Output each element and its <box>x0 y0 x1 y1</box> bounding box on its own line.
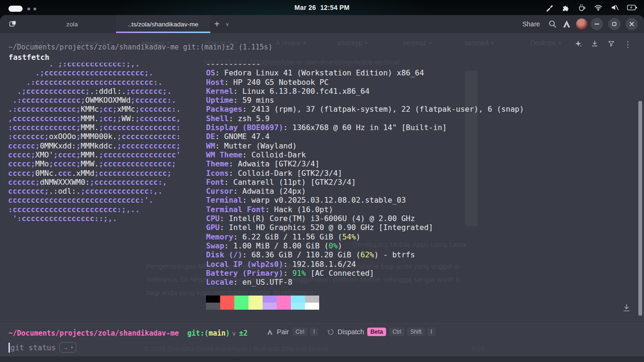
palette-swatch <box>248 303 263 310</box>
tab-zola[interactable]: zola <box>28 15 116 33</box>
battery-charging-icon[interactable] <box>627 4 637 11</box>
filter-icon[interactable] <box>607 40 615 49</box>
wifi-icon[interactable] <box>594 4 603 11</box>
new-tab-button[interactable]: + <box>211 15 223 33</box>
ascii-line: cccccc;dNMWXXXWM0:;cccccccccccccc:, <box>8 178 181 187</box>
pair-button[interactable]: Pair CtrlI <box>266 328 318 336</box>
palette-swatch <box>291 303 305 310</box>
fedora-ascii-logo: .';:cccccccccccc:;,. .;ccccccccccccccccc… <box>8 63 181 223</box>
terminal-output: .';:cccccccccccc:;,. .;ccccccccccccccccc… <box>0 63 636 316</box>
overflow-menu-icon[interactable]: ⋮ <box>624 41 632 49</box>
prompt-line: ~/Documents/projects/zola/shandikadav-me… <box>8 329 248 337</box>
info-line: Theme: Adwaita [GTK2/3/4] <box>206 159 524 168</box>
palette-swatch <box>234 303 248 310</box>
info-line: WM Theme: Colloid-Dark <box>206 150 524 159</box>
info-line: Locale: en_US.UTF-8 <box>206 278 524 287</box>
system-status-area[interactable] <box>545 0 637 15</box>
palette-swatch <box>291 296 305 303</box>
extensions-icon[interactable] <box>561 4 570 12</box>
keycap: Shift <box>407 328 425 336</box>
dispatch-button[interactable]: Dispatch Beta CtrlShiftI <box>327 328 436 336</box>
search-icon[interactable] <box>548 19 557 31</box>
share-button[interactable]: Share <box>522 15 540 33</box>
download-icon[interactable] <box>591 40 599 49</box>
ascii-line: :ccccccccccccccccccccccc:;,.. <box>8 205 181 214</box>
background-bleed-text: ahoneyp × <box>337 39 368 47</box>
keycap: I <box>427 328 435 336</box>
keycap: Ctrl <box>389 328 405 336</box>
ascii-line: ccccccccccccccccccccccccccccc:'. <box>8 196 181 205</box>
text-cursor <box>8 343 10 353</box>
close-icon <box>629 21 635 27</box>
info-line: ------------ <box>206 63 524 68</box>
git-prefix: git:( <box>187 329 208 337</box>
clock-time: 12:54 PM <box>320 4 349 11</box>
background-bleed-text: sereneA × <box>464 39 494 47</box>
info-line: Swap: 1.00 MiB / 8.00 GiB (0%) <box>206 241 524 250</box>
git-branch: main <box>208 329 225 337</box>
clock-date: Mar 26 <box>295 4 316 11</box>
caret-down-icon: ▾ <box>71 345 73 350</box>
ascii-line: ccccc;XMO';cccc;MMM.;cccccccccccccccc' <box>8 150 181 159</box>
scroll-to-bottom-icon[interactable] <box>621 303 632 315</box>
ascii-line: .:ccccccccccccc;OWMKOOXMWd;ccccccc:. <box>8 96 181 105</box>
tab-list-chevron[interactable]: ∨ <box>223 15 231 33</box>
ascii-line: .:cccccccccccccccccccccccccc:. <box>8 78 181 87</box>
background-bleed-text: serenaz × <box>403 39 432 47</box>
tab-shandikadav-me[interactable]: ..ts/zola/shandikadav-me <box>116 15 210 33</box>
dispatch-label: Dispatch <box>338 328 364 336</box>
git-suffix: ) <box>226 329 230 337</box>
info-line: CPU: Intel(R) Core(TM) i3-6006U (4) @ 2.… <box>206 214 524 223</box>
ascii-line: :ccccccc;oxOOOo;MMM000k.;cccccccccccc: <box>8 132 181 141</box>
info-line: Terminal Font: Hack (16.0pt) <box>206 205 524 214</box>
palette-swatch <box>220 303 234 310</box>
share-label: Share <box>522 20 540 28</box>
ghost-suggestion: git status <box>10 343 56 352</box>
caffeine-icon[interactable] <box>578 3 586 12</box>
window-bottom-edge <box>0 356 644 362</box>
warp-pair-icon <box>266 329 273 336</box>
palette-swatch <box>277 303 291 310</box>
close-button[interactable] <box>626 18 638 30</box>
plus-icon: + <box>214 19 220 30</box>
pair-shortcut: CtrlI <box>292 328 318 336</box>
accept-suggestion-hint[interactable]: → ▾ <box>59 342 76 353</box>
scrollbar-thumb[interactable] <box>638 101 642 316</box>
palette-swatch <box>206 296 220 303</box>
avatar[interactable] <box>576 18 587 30</box>
info-line: Shell: zsh 5.9 <box>206 114 524 123</box>
palette-swatch <box>263 303 277 310</box>
terminal-color-palette <box>206 296 319 310</box>
info-line: Packages: 2413 (rpm), 37 (flatpak-system… <box>206 105 524 114</box>
ascii-line: :cccccccccccccc;MMM.;cccccccccccccccc: <box>8 123 181 132</box>
ascii-line: .;ccccccccccccc;.:dddl:.;ccccccc;. <box>8 87 181 96</box>
warp-terminal-window: How to Start Developing Mobile Apps on a… <box>0 15 644 362</box>
ascii-line: ccccc;MMo;ccccc;MMW.;ccccccccccccccc; <box>8 159 181 168</box>
warp-ai-icon[interactable] <box>562 19 571 31</box>
palette-swatch <box>220 296 234 303</box>
command-input[interactable]: git status → ▾ <box>8 342 76 353</box>
maximize-icon <box>611 21 617 27</box>
palette-swatch <box>263 296 277 303</box>
info-line: OS: Fedora Linux 41 (Workstation Edition… <box>206 68 524 77</box>
color-picker-icon[interactable] <box>545 4 553 12</box>
bookmark-sparkle-icon[interactable] <box>574 40 582 49</box>
maximize-button[interactable] <box>608 18 620 30</box>
info-line: Display (BOE0697): 644x362 @ 60 Hz in 1… <box>206 123 524 132</box>
ascii-line: .';:cccccccccccc:;,. <box>8 63 181 68</box>
minimize-button[interactable] <box>591 18 603 30</box>
prompt-path: ~/Documents/projects/zola/shandikadav-me <box>8 329 179 337</box>
info-line: Host: HP 240 G5 Notebook PC <box>206 78 524 87</box>
volume-muted-icon[interactable] <box>611 4 619 11</box>
windows-switcher-icon[interactable] <box>8 20 17 30</box>
chevron-down-icon: ∨ <box>225 21 229 27</box>
ascii-line: cccccccc;.:odl:.;cccccccccccccc:,. <box>8 187 181 196</box>
minimize-icon <box>594 21 600 27</box>
info-line: Local IP (wlp2s0): 192.168.1.6/24 <box>206 260 524 269</box>
branch-chevron-icon[interactable]: ∨ <box>232 330 237 337</box>
info-line: Icons: Colloid-Dark [GTK2/3/4] <box>206 169 524 178</box>
ascii-line: cccccc;0MMKxdd:;MMMkddc.;cccccccccccc; <box>8 141 181 150</box>
info-line: Uptime: 59 mins <box>206 96 524 105</box>
active-tab-underline <box>116 32 210 33</box>
ascii-line: ccccc;0MNc.ccc.xMMd;ccccccccccccccc; <box>8 169 181 178</box>
